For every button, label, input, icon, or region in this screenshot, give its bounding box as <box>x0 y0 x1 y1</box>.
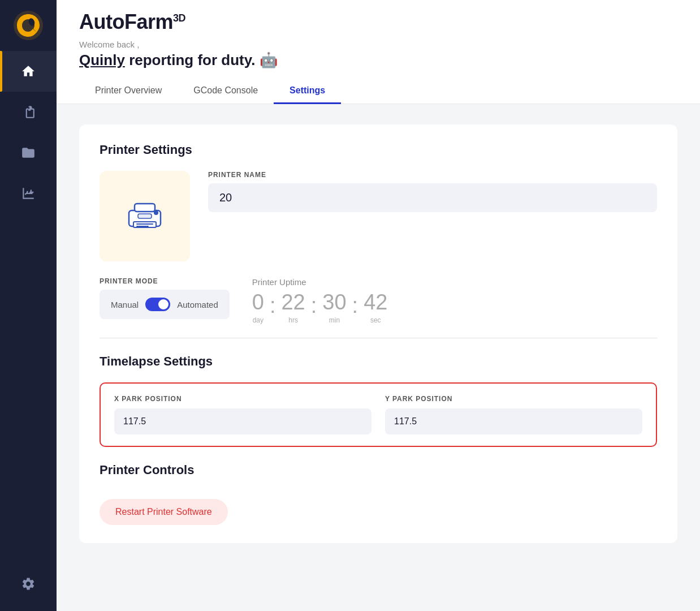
section-divider <box>100 338 657 338</box>
svg-point-4 <box>28 193 30 195</box>
gear-icon <box>21 576 36 591</box>
sidebar-item-analytics[interactable] <box>0 173 57 214</box>
printer-settings-title: Printer Settings <box>100 143 657 157</box>
x-park-input[interactable] <box>114 408 371 434</box>
sidebar-item-home[interactable] <box>0 51 57 92</box>
app-logo-icon <box>12 10 44 41</box>
svg-point-13 <box>154 210 158 215</box>
uptime-colon-3: : <box>352 295 358 316</box>
svg-rect-12 <box>138 214 152 218</box>
printer-name-label: PRINTER NAME <box>208 171 657 179</box>
uptime-section: Printer Uptime 0 day : 22 hrs : <box>252 277 657 324</box>
sidebar-navigation <box>0 51 57 570</box>
timelapse-settings-section: Timelapse Settings X PARK POSITION Y PAR… <box>100 354 657 447</box>
sidebar-logo <box>0 0 57 51</box>
svg-point-6 <box>32 192 34 193</box>
content-area: Printer Settings <box>57 104 700 611</box>
uptime-min-value: 30 <box>322 291 346 313</box>
printer-mode-row: PRINTER MODE Manual Automated Printer Up… <box>100 277 657 324</box>
svg-point-2 <box>25 193 27 195</box>
uptime-colon-2: : <box>311 295 317 316</box>
uptime-day-value: 0 <box>252 291 264 313</box>
main-content: AutoFarm3D Welcome back , Quinly reporti… <box>57 0 700 611</box>
welcome-name-line: Quinly reporting for duty. 🤖 <box>79 51 677 69</box>
uptime-display: 0 day : 22 hrs : 30 min : <box>252 291 657 324</box>
printer-controls-title: Printer Controls <box>100 463 657 477</box>
user-name: Quinly <box>79 51 125 68</box>
printer-icon-box <box>100 171 190 261</box>
x-park-field: X PARK POSITION <box>114 395 371 434</box>
printer-settings-row: PRINTER NAME 20 <box>100 171 657 261</box>
svg-point-3 <box>27 191 28 192</box>
printer-name-section: PRINTER NAME 20 <box>208 171 657 212</box>
printer-mode-label: PRINTER MODE <box>100 277 230 285</box>
printer-illustration-icon <box>122 193 167 239</box>
mode-toggle-switch[interactable] <box>145 298 170 311</box>
uptime-label: Printer Uptime <box>252 277 657 287</box>
welcome-greeting: Welcome back , <box>79 40 677 49</box>
y-park-label: Y PARK POSITION <box>385 395 642 403</box>
tab-gcode-console[interactable]: GCode Console <box>178 79 274 104</box>
app-title: AutoFarm3D <box>79 10 677 34</box>
timelapse-title: Timelapse Settings <box>100 354 657 369</box>
timelapse-box: X PARK POSITION Y PARK POSITION <box>100 382 657 447</box>
uptime-day-col: 0 day <box>252 291 264 324</box>
uptime-sec-col: 42 sec <box>364 291 387 324</box>
x-park-label: X PARK POSITION <box>114 395 371 403</box>
sidebar-item-jobs[interactable] <box>0 92 57 132</box>
uptime-hrs-col: 22 hrs <box>281 291 305 324</box>
tab-settings[interactable]: Settings <box>274 79 341 104</box>
analytics-icon <box>21 186 36 201</box>
y-park-field: Y PARK POSITION <box>385 395 642 434</box>
automated-label: Automated <box>177 300 218 309</box>
tab-printer-overview[interactable]: Printer Overview <box>79 79 178 104</box>
printer-mode-section: PRINTER MODE Manual Automated <box>100 277 230 319</box>
y-park-input[interactable] <box>385 408 642 434</box>
home-icon <box>21 64 36 79</box>
uptime-sec-label: sec <box>370 316 381 324</box>
sidebar <box>0 0 57 611</box>
uptime-sec-value: 42 <box>364 291 387 313</box>
uptime-min-label: min <box>329 316 340 324</box>
uptime-day-label: day <box>253 316 263 324</box>
uptime-colon-1: : <box>270 295 276 316</box>
uptime-hrs-value: 22 <box>281 291 305 313</box>
app-header: AutoFarm3D Welcome back , Quinly reporti… <box>57 0 700 104</box>
settings-card: Printer Settings <box>79 124 677 543</box>
sidebar-item-settings[interactable] <box>0 570 57 611</box>
folder-icon <box>21 145 36 160</box>
uptime-min-col: 30 min <box>322 291 346 324</box>
svg-point-5 <box>31 190 32 191</box>
printer-name-value: 20 <box>208 183 657 212</box>
briefcase-icon <box>21 105 36 119</box>
page-tabs: Printer Overview GCode Console Settings <box>79 78 677 104</box>
svg-rect-8 <box>135 204 155 212</box>
manual-label: Manual <box>111 300 139 309</box>
sidebar-item-files[interactable] <box>0 132 57 173</box>
uptime-hrs-label: hrs <box>288 316 298 324</box>
printer-controls-section: Printer Controls Restart Printer Softwar… <box>100 463 657 525</box>
mode-toggle-row: Manual Automated <box>100 290 230 319</box>
restart-printer-button[interactable]: Restart Printer Software <box>100 499 228 525</box>
